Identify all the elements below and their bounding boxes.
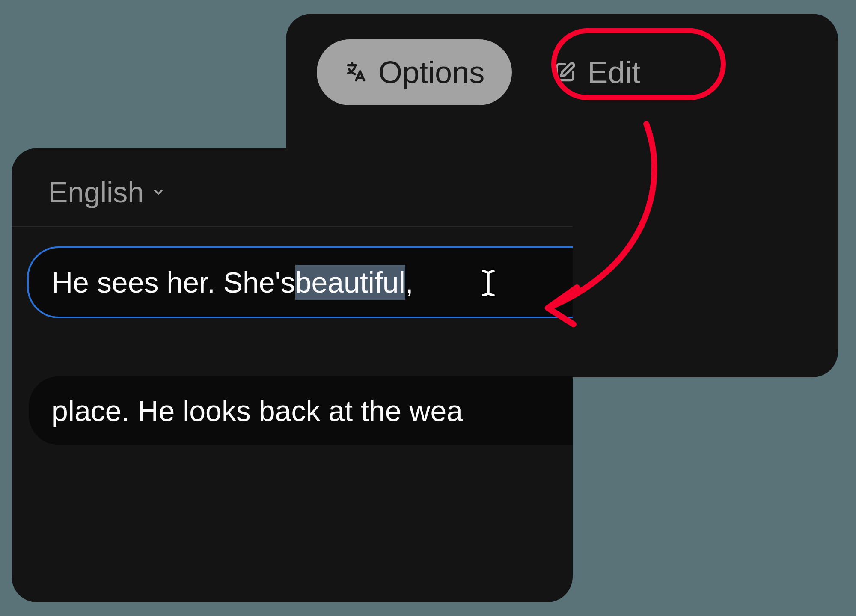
language-selector[interactable]: English (12, 175, 202, 226)
subtitle-text-suffix: , (405, 266, 413, 299)
translate-icon (344, 60, 368, 84)
subtitle-text-highlight: beautiful (295, 265, 405, 300)
subtitle-input-1[interactable]: He sees her. She's beautiful, (29, 248, 573, 317)
edit-label: Edit (587, 55, 640, 90)
subtitle-text: place. He looks back at the wea (52, 394, 463, 427)
subtitle-panel: English He sees her. She's beautiful, (12, 148, 573, 602)
subtitle-rows: He sees her. She's beautiful, (12, 227, 573, 445)
subtitle-input-2[interactable]: place. He looks back at the wea (29, 376, 573, 445)
subtitle-row-2: place. He looks back at the wea (29, 376, 573, 445)
subtitle-text-prefix: He sees her. She's (52, 266, 295, 299)
options-label: Options (378, 55, 484, 90)
language-label: English (48, 175, 144, 209)
options-button[interactable]: Options (317, 39, 512, 105)
edit-button[interactable]: Edit (529, 39, 664, 105)
toolbar-row: Options Edit (317, 39, 807, 105)
chevron-down-icon (152, 185, 165, 199)
subtitle-row-1: He sees her. She's beautiful, (29, 248, 573, 317)
pencil-square-icon (553, 60, 577, 84)
